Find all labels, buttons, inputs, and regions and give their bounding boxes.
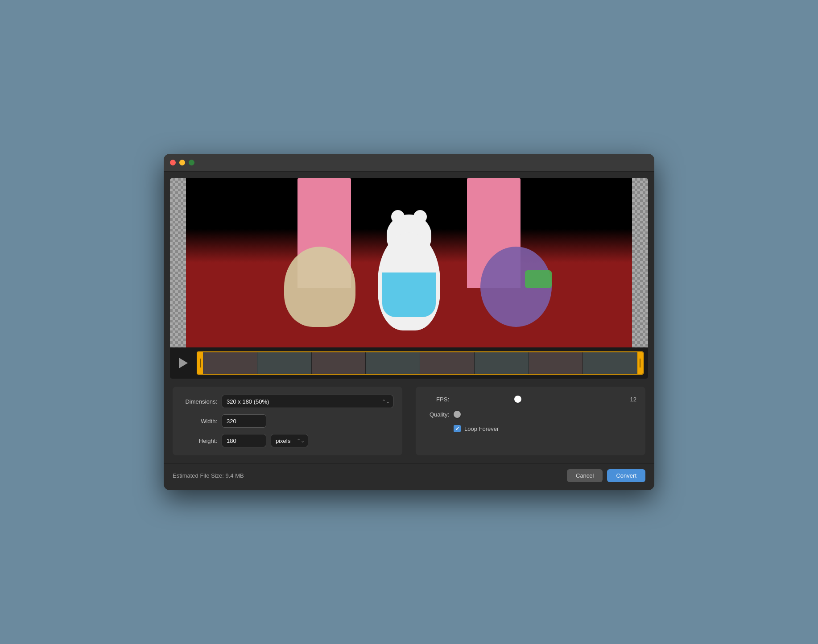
filmstrip-frames — [203, 352, 637, 374]
filmstrip-frame-8 — [583, 352, 637, 374]
filmstrip-frame-5 — [420, 352, 475, 374]
dimensions-row: Dimensions: 320 x 180 (50%) ⌃⌄ — [182, 395, 393, 408]
quality-label: Quality: — [425, 411, 449, 418]
filmstrip-frame-3 — [312, 352, 366, 374]
unit-select-wrapper: pixels percent ⌃⌄ — [271, 434, 308, 447]
bottom-bar: Estimated File Size: 9.4 MB Cancel Conve… — [164, 463, 654, 490]
height-label: Height: — [182, 438, 217, 444]
traffic-lights — [170, 160, 194, 165]
filmstrip-handle-line-right — [640, 359, 640, 367]
play-button[interactable] — [174, 354, 192, 372]
quality-slider-container — [454, 410, 636, 419]
video-frame — [186, 178, 632, 347]
dimensions-label: Dimensions: — [182, 398, 217, 405]
video-content — [186, 178, 632, 347]
checkerboard-right — [632, 178, 648, 347]
fps-slider[interactable] — [454, 398, 621, 400]
fps-value: 12 — [625, 396, 636, 403]
width-row: Width: 320 — [182, 414, 393, 428]
play-icon — [179, 358, 188, 368]
maximize-button[interactable] — [189, 160, 194, 165]
cancel-button[interactable]: Cancel — [567, 469, 603, 482]
filmstrip-handle-left[interactable] — [198, 352, 203, 374]
filmstrip-frame-7 — [529, 352, 583, 374]
app-window: Dimensions: 320 x 180 (50%) ⌃⌄ Width: 32… — [164, 154, 654, 490]
title-bar — [164, 154, 654, 172]
dimensions-select[interactable]: 320 x 180 (50%) — [222, 395, 393, 408]
dimensions-select-wrapper: 320 x 180 (50%) ⌃⌄ — [222, 395, 393, 408]
character-right-hat — [525, 270, 552, 288]
height-input[interactable]: 180 — [222, 434, 266, 447]
checkerboard-left — [170, 178, 186, 347]
right-controls-panel: FPS: 12 Quality: ✓ Loop Forever — [416, 387, 645, 455]
filmstrip-handle-right[interactable] — [637, 352, 643, 374]
minimize-button[interactable] — [179, 160, 185, 165]
quality-slider[interactable] — [454, 413, 636, 415]
fps-row: FPS: 12 — [425, 395, 636, 404]
loop-forever-row: ✓ Loop Forever — [425, 425, 636, 432]
filmstrip-frame-1 — [203, 352, 257, 374]
checkbox-check-icon: ✓ — [455, 426, 459, 432]
loop-forever-checkbox[interactable]: ✓ — [454, 425, 461, 432]
left-controls-panel: Dimensions: 320 x 180 (50%) ⌃⌄ Width: 32… — [173, 387, 402, 455]
character-ear-right — [413, 210, 427, 223]
filmstrip-frame-4 — [366, 352, 420, 374]
timeline-area — [170, 347, 648, 379]
convert-button[interactable]: Convert — [607, 469, 645, 482]
width-input[interactable]: 320 — [222, 414, 266, 428]
filmstrip[interactable] — [197, 351, 644, 375]
character-left — [284, 247, 355, 327]
fps-label: FPS: — [425, 396, 449, 403]
character-main — [369, 215, 449, 330]
quality-row: Quality: — [425, 410, 636, 419]
file-size-label: Estimated File Size: 9.4 MB — [173, 472, 567, 479]
character-dress — [382, 272, 436, 317]
width-label: Width: — [182, 418, 217, 425]
preview-area — [170, 178, 648, 379]
character-body — [378, 232, 440, 330]
loop-forever-label: Loop Forever — [464, 425, 499, 432]
character-ear-left — [391, 210, 405, 223]
close-button[interactable] — [170, 160, 176, 165]
filmstrip-frame-6 — [475, 352, 529, 374]
filmstrip-frame-2 — [257, 352, 312, 374]
unit-select[interactable]: pixels percent — [271, 434, 308, 447]
height-row: Height: 180 pixels percent ⌃⌄ — [182, 434, 393, 447]
controls-area: Dimensions: 320 x 180 (50%) ⌃⌄ Width: 32… — [164, 379, 654, 463]
fps-slider-container — [454, 395, 621, 404]
filmstrip-handle-line-left — [200, 359, 201, 367]
